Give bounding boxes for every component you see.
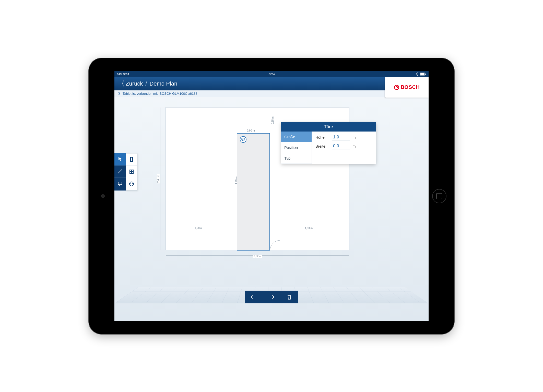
svg-rect-1 [420,73,424,75]
door-swing-icon [270,240,285,251]
field-height-input[interactable]: 1,9 [332,134,350,140]
tool-window[interactable] [126,166,137,178]
floorplan-canvas[interactable]: 3,92 m 2,45 m 1,20 m 0,90 m 1,83 m 1,90 … [166,107,349,250]
popup-tab-position[interactable]: Position [281,142,312,153]
delete-button[interactable] [284,292,294,302]
tool-draw-line[interactable] [114,165,126,178]
popup-title: Türe [281,122,376,132]
field-height-unit: m [352,135,356,139]
dim-wall-height: 2,45 m [157,174,160,183]
svg-rect-9 [242,138,245,140]
left-toolbar [114,153,137,191]
redo-button[interactable] [266,292,277,302]
svg-rect-4 [118,182,122,185]
home-button[interactable] [432,189,446,203]
svg-point-6 [132,159,132,160]
app-screen: SIM fehlt 09:57 〈 Zurück / Demo Plan / [114,71,429,321]
popup-tab-size[interactable]: Größe [281,132,312,142]
dim-left-seg: 1,20 m [194,227,203,230]
field-width-label: Breite [315,144,329,148]
field-width-unit: m [352,144,356,148]
field-width-input[interactable]: 0,9 [332,143,350,149]
brand-logo: BOSCH [385,77,429,98]
door-object[interactable] [237,133,270,251]
back-button[interactable]: Zurück [126,80,143,87]
bottom-toolbar [245,291,298,303]
bluetooth-icon [118,92,121,95]
canvas-area[interactable]: 3,92 m 2,45 m 1,20 m 0,90 m 1,83 m 1,90 … [114,97,429,303]
status-bar: SIM fehlt 09:57 [114,71,429,77]
tool-note[interactable] [114,178,126,190]
tool-outlet[interactable] [126,178,137,190]
tool-select[interactable] [114,153,126,165]
breadcrumb-separator: / [145,80,147,87]
bluetooth-icon [416,72,418,76]
undo-button[interactable] [249,292,259,302]
field-height-label: Höhe [315,135,329,139]
page-title: Demo Plan [149,80,177,87]
battery-icon [420,73,426,76]
popup-tab-type[interactable]: Typ [281,153,312,164]
tool-door[interactable] [126,153,137,166]
svg-rect-2 [425,74,426,75]
status-sim: SIM fehlt [117,72,129,76]
dim-right-seg: 1,83 m [304,227,313,230]
svg-point-8 [129,182,134,186]
tablet-frame: SIM fehlt 09:57 〈 Zurück / Demo Plan / [89,58,454,334]
app-header: 〈 Zurück / Demo Plan / / BOSCH [114,77,429,90]
back-chevron-icon[interactable]: 〈 [118,79,125,88]
dim-total-width: 3,92 m [253,255,262,258]
dim-top-gap: 0,55 m [271,116,274,125]
object-note-icon[interactable] [240,136,246,143]
status-time: 09:57 [268,72,275,76]
tablet-camera [101,194,105,198]
dim-door-width: 0,90 m [246,129,256,132]
connection-banner: Tablet ist verbunden mit: BOSCH GLM100C … [114,90,429,97]
properties-popup: Türe Größe Position Typ Höhe 1,9 m [281,122,376,164]
connection-text: Tablet ist verbunden mit: BOSCH GLM100C … [123,92,197,96]
